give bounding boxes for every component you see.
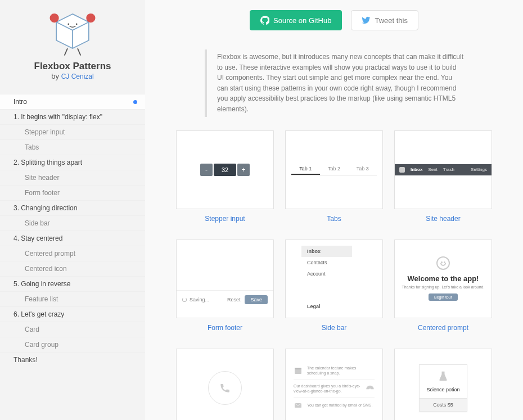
fl-text-1: The calendar feature makes scheduling a … (307, 365, 375, 376)
product-name: Science potion (422, 387, 465, 392)
card-label: Stepper input (176, 215, 274, 223)
nav-card[interactable]: Card (0, 322, 145, 337)
nav-section-1[interactable]: 1. It begins with "display: flex" (0, 109, 145, 124)
nav-tabs[interactable]: Tabs (0, 139, 145, 155)
card-feature-list[interactable]: The calendar feature makes scheduling a … (285, 349, 383, 420)
tweet-label: Tweet this (375, 16, 408, 25)
nav-section-6[interactable]: 6. Let's get crazy (0, 306, 145, 322)
smiley-icon (436, 256, 450, 270)
card-label: Site header (394, 215, 492, 223)
nav-centered-icon[interactable]: Centered icon (0, 261, 145, 276)
card-label: Side bar (285, 324, 383, 332)
card-stepper[interactable]: - 32 + Stepper input (176, 130, 274, 223)
cp-button: Begin tour (429, 293, 458, 301)
nav-stepper-input[interactable]: Stepper input (0, 124, 145, 139)
fl-text-2: Our dashboard gives you a bird's-eye-vie… (294, 383, 361, 394)
preview-side-bar: Inbox Contacts Account Legal (285, 240, 383, 318)
github-button[interactable]: Source on GitHub (250, 10, 342, 30)
nav-side-bar[interactable]: Side bar (0, 215, 145, 231)
preview-form-footer: Saving... Reset Save (176, 240, 274, 318)
stepper-plus: + (237, 164, 250, 176)
nav-intro[interactable]: Intro (0, 94, 145, 109)
intro-text: Flexbox is awesome, but it introduces ma… (205, 49, 463, 117)
spinner-icon (182, 297, 187, 302)
header-buttons: Source on GitHub Tweet this (162, 10, 506, 30)
sh-sent: Sent (428, 167, 437, 172)
sb-account: Account (301, 268, 352, 279)
product-cost: Costs $5 (420, 398, 467, 411)
nav-card-group[interactable]: Card group (0, 337, 145, 352)
nav-section-4[interactable]: 4. Stay centered (0, 231, 145, 246)
card-centered-prompt[interactable]: Welcome to the app! Thanks for signing u… (394, 240, 492, 332)
dashboard-icon (366, 384, 375, 393)
preview-tabs: Tab 1 Tab 2 Tab 3 (285, 130, 383, 209)
phone-icon (219, 382, 231, 394)
preview-site-header: Inbox Sent Trash Settings (394, 130, 492, 209)
nav-section-2[interactable]: 2. Splitting things apart (0, 155, 145, 170)
nav-form-footer[interactable]: Form footer (0, 185, 145, 200)
sh-settings: Settings (471, 167, 487, 172)
tab-1: Tab 1 (291, 164, 320, 175)
pattern-grid: - 32 + Stepper input Tab 1 Tab 2 Tab 3 T… (162, 130, 506, 420)
stepper-minus: - (200, 164, 213, 176)
svg-point-2 (67, 24, 69, 25)
nav-centered-prompt[interactable]: Centered prompt (0, 246, 145, 261)
cp-sub: Thanks for signing up. Let's take a look… (402, 285, 485, 289)
preview-stepper: - 32 + (176, 130, 274, 209)
sidebar: Flexbox Patterns by CJ Cenizal Intro 1. … (0, 0, 145, 420)
card-label: Tabs (285, 215, 383, 223)
svg-point-4 (50, 13, 59, 22)
sh-trash: Trash (443, 167, 454, 172)
ff-saving: Saving... (190, 297, 209, 302)
svg-line-6 (65, 48, 67, 56)
card-tabs[interactable]: Tab 1 Tab 2 Tab 3 Tabs (285, 130, 383, 223)
home-icon (399, 167, 405, 173)
tab-2: Tab 2 (320, 164, 349, 175)
card-label: Form footer (176, 324, 274, 332)
nav: Intro 1. It begins with "display: flex" … (0, 94, 145, 367)
preview-feature-list: The calendar feature makes scheduling a … (285, 349, 383, 420)
nav-section-3[interactable]: 3. Changing direction (0, 200, 145, 215)
svg-point-10 (369, 389, 371, 390)
twitter-icon (362, 16, 371, 25)
tweet-button[interactable]: Tweet this (351, 10, 418, 30)
tab-3: Tab 3 (348, 164, 377, 175)
author-link[interactable]: CJ Cenizal (61, 73, 94, 80)
svg-point-5 (86, 13, 95, 22)
card-side-bar[interactable]: Inbox Contacts Account Legal Side bar (285, 240, 383, 332)
main: Source on GitHub Tweet this Flexbox is a… (145, 0, 523, 420)
logo-block: Flexbox Patterns by CJ Cenizal (0, 10, 145, 88)
calendar-icon (294, 366, 303, 375)
card-form-footer[interactable]: Saving... Reset Save Form footer (176, 240, 274, 332)
nav-feature-list[interactable]: Feature list (0, 291, 145, 306)
fl-text-3: You can get notified by email or SMS. (307, 403, 372, 408)
card-site-header[interactable]: Inbox Sent Trash Settings Site header (394, 130, 492, 223)
stepper-value: 32 (214, 164, 236, 176)
nav-section-5[interactable]: 5. Going in reverse (0, 276, 145, 291)
github-label: Source on GitHub (273, 16, 331, 25)
flask-icon (438, 371, 449, 382)
card-card[interactable]: Science potion Costs $5 Card (394, 349, 492, 420)
logo-icon (47, 10, 98, 57)
ff-save: Save (245, 295, 268, 304)
svg-rect-9 (295, 368, 301, 370)
sb-inbox: Inbox (301, 246, 352, 257)
app-title: Flexbox Patterns (11, 61, 134, 72)
preview-centered-icon (176, 349, 274, 420)
card-label: Centered prompt (394, 324, 492, 332)
svg-point-3 (76, 24, 78, 25)
preview-centered-prompt: Welcome to the app! Thanks for signing u… (394, 240, 492, 318)
sh-inbox: Inbox (411, 167, 422, 172)
preview-card: Science potion Costs $5 (394, 349, 492, 420)
ff-reset: Reset (227, 297, 241, 302)
nav-site-header[interactable]: Site header (0, 170, 145, 185)
github-icon (260, 16, 269, 25)
cp-title: Welcome to the app! (402, 274, 485, 283)
nav-thanks[interactable]: Thanks! (0, 352, 145, 367)
card-centered-icon[interactable]: Centered icon (176, 349, 274, 420)
author-prefix: by (51, 72, 61, 80)
sb-contacts: Contacts (301, 257, 352, 268)
app-author-line: by CJ Cenizal (11, 72, 134, 80)
envelope-icon (294, 401, 303, 410)
sb-legal: Legal (301, 301, 352, 312)
